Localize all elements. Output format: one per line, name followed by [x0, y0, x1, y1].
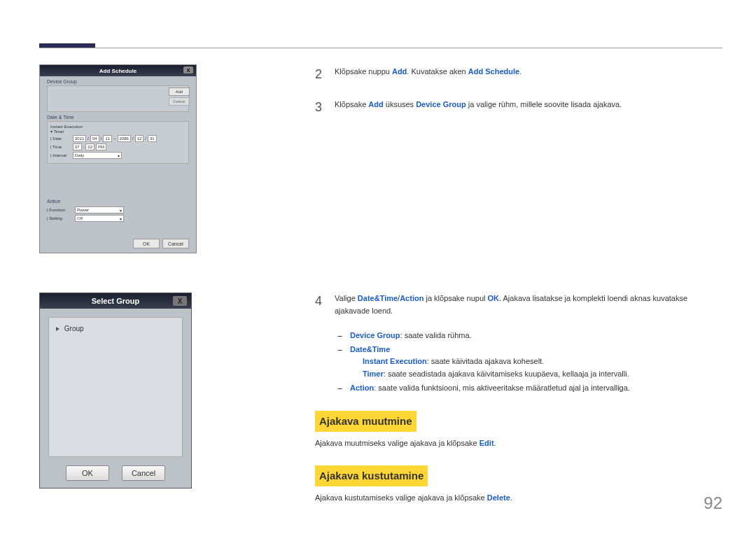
sub-device-group: ‒ Device Group: saate valida rühma. [337, 330, 722, 342]
header-divider [39, 48, 722, 48]
function-label: | Function [47, 208, 72, 212]
heading-edit-schedule: Ajakava muutmine [315, 411, 416, 432]
date-year2: 2086 [118, 135, 131, 142]
select-group-dialog-screenshot: Select Group X Group OK Cancel [39, 293, 192, 489]
time-h: 07 [73, 143, 82, 150]
keyword-delete: Delete [487, 493, 510, 502]
step-number: 4 [315, 291, 325, 317]
step-4: 4 Valige Date&Time/Action ja klõpsake nu… [315, 291, 722, 317]
step-2: 2 Klõpsake nuppu Add. Kuvatakse aken Add… [315, 64, 722, 85]
heading-delete-schedule: Ajakava kustutamine [315, 465, 428, 486]
select-group-footer: OK Cancel [40, 465, 191, 481]
sub-instant-execution: Instant Execution: saate käivitada ajaka… [363, 356, 629, 368]
keyword-add: Add [368, 100, 383, 108]
sub-datetime: ‒ Date&Time Instant Execution: saate käi… [337, 344, 722, 381]
section-editing: Ajakava muutmine Ajakava muutmiseks vali… [315, 395, 722, 450]
date-mon1: 04 [90, 135, 99, 142]
ok-button: OK [133, 239, 160, 248]
sub-action: ‒ Action: saate valida funktsiooni, mis … [337, 382, 722, 395]
date-year1: 2011 [73, 135, 86, 142]
datetime-label: Date & Time [47, 115, 196, 120]
step-text: Valige Date&Time/Action ja klõpsake nupu… [335, 291, 722, 317]
step-4-block: 4 Valige Date&Time/Action ja klõpsake nu… [315, 291, 722, 504]
time-label: | Time [50, 145, 71, 149]
keyword-device-group: Device Group [416, 100, 466, 108]
close-icon: X [173, 296, 187, 306]
dialog-title: Add Schedule [99, 68, 136, 74]
tree-arrow-icon [56, 327, 59, 331]
date-to: ~ [113, 136, 116, 141]
function-row: | Function Power▾ [47, 206, 189, 213]
sub-list: ‒ Device Group: saate valida rühma. ‒ Da… [337, 330, 722, 394]
select-group-body: Group [48, 317, 183, 457]
delete-button-mini: Delete [169, 97, 190, 106]
keyword-device-group: Device Group [350, 331, 400, 339]
interval-select: Daily▾ [73, 152, 122, 159]
timer-label: ▾ Timer [50, 129, 186, 134]
function-select: Power▾ [75, 206, 124, 213]
time-ampm: PM [96, 143, 106, 150]
keyword-add: Add [392, 67, 407, 76]
page-number: 92 [704, 493, 722, 513]
tree-root-label: Group [64, 325, 84, 332]
interval-label: | Interval [50, 153, 71, 157]
date-row: | Date 2011/ 04/ 11 ~ 2086/ 12/ 31 [50, 135, 186, 142]
keyword-timer: Timer [363, 370, 384, 378]
keyword-instant-execution: Instant Execution [363, 357, 427, 365]
keyword-add-schedule: Add Schedule [468, 67, 519, 76]
keyword-edit: Edit [479, 439, 494, 447]
add-schedule-dialog-screenshot: Add Schedule X Device Group Add Delete D… [39, 64, 197, 253]
select-group-titlebar: Select Group X [40, 293, 191, 309]
step-number: 2 [315, 64, 325, 85]
date-label: | Date [50, 136, 71, 141]
content-column: 2 Klõpsake nuppu Add. Kuvatakse aken Add… [315, 64, 722, 130]
datetime-panel: Instant Execution ▾ Timer | Date 2011/ 0… [47, 121, 189, 164]
add-button-mini: Add [169, 87, 190, 96]
section-deleting: Ajakava kustutamine Ajakava kustutamisek… [315, 450, 722, 505]
step-text: Klõpsake Add üksuses Device Group ja val… [335, 97, 722, 118]
close-icon: X [183, 66, 193, 73]
date-day1: 11 [103, 135, 112, 142]
ok-button: OK [66, 465, 109, 481]
keyword-datetime: Date&Time [358, 294, 398, 302]
delete-schedule-text: Ajakava kustutamiseks valige ajakava ja … [315, 492, 722, 505]
cancel-button: Cancel [122, 465, 165, 481]
keyword-datetime: Date&Time [350, 345, 390, 353]
keyword-ok: OK [488, 294, 500, 302]
date-day2: 31 [148, 135, 157, 142]
setting-select: Off▾ [75, 215, 124, 222]
dialog-footer: OK Cancel [133, 239, 189, 248]
step-number: 3 [315, 97, 325, 118]
step-3: 3 Klõpsake Add üksuses Device Group ja v… [315, 97, 722, 118]
setting-label: | Setting [47, 216, 72, 220]
select-group-title: Select Group [92, 297, 139, 305]
action-label: Action [47, 199, 196, 204]
setting-row: | Setting Off▾ [47, 215, 189, 222]
keyword-action: Action [350, 384, 374, 392]
keyword-action: Action [400, 294, 424, 302]
time-row: | Time 07: 22 PM [50, 143, 186, 150]
left-column: Add Schedule X Device Group Add Delete D… [39, 64, 197, 489]
step-text: Klõpsake nuppu Add. Kuvatakse aken Add S… [335, 64, 722, 85]
action-panel: | Function Power▾ | Setting Off▾ [47, 206, 189, 222]
time-m: 22 [85, 143, 94, 150]
device-group-label: Device Group [47, 79, 196, 84]
device-group-area: Add Delete [47, 85, 189, 112]
sub-timer: Timer: saate seadistada ajakava käivitam… [363, 368, 629, 381]
cancel-button: Cancel [162, 239, 189, 248]
dialog-titlebar: Add Schedule X [40, 65, 196, 76]
interval-row: | Interval Daily▾ [50, 152, 186, 159]
date-mon2: 12 [135, 135, 144, 142]
edit-schedule-text: Ajakava muutmiseks valige ajakava ja klõ… [315, 437, 722, 450]
